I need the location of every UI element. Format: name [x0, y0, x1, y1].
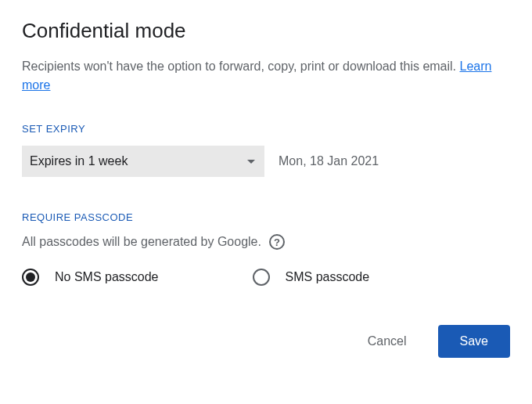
radio-no-sms-passcode[interactable]: No SMS passcode: [22, 269, 159, 286]
radio-icon: [22, 269, 39, 286]
dialog-description: Recipients won't have the option to forw…: [22, 57, 510, 95]
set-expiry-label: SET EXPIRY: [22, 123, 510, 135]
radio-sms-passcode[interactable]: SMS passcode: [253, 269, 370, 286]
expiry-dropdown[interactable]: Expires in 1 week: [22, 146, 264, 177]
radio-dot-icon: [26, 272, 35, 282]
help-icon[interactable]: ?: [269, 234, 285, 250]
passcode-note-text: All passcodes will be generated by Googl…: [22, 235, 261, 249]
passcode-radio-group: No SMS passcode SMS passcode: [22, 269, 510, 286]
radio-label-no-sms: No SMS passcode: [55, 270, 159, 284]
dialog-title: Confidential mode: [22, 19, 510, 43]
radio-label-sms: SMS passcode: [286, 270, 370, 284]
dialog-actions: Cancel Save: [22, 325, 510, 358]
expiry-row: Expires in 1 week Mon, 18 Jan 2021: [22, 146, 510, 177]
cancel-button[interactable]: Cancel: [358, 328, 416, 355]
description-text: Recipients won't have the option to forw…: [22, 60, 460, 73]
save-button[interactable]: Save: [438, 325, 510, 358]
expiry-selected-value: Expires in 1 week: [30, 154, 128, 168]
radio-icon: [253, 269, 270, 286]
chevron-down-icon: [247, 160, 255, 164]
passcode-note-row: All passcodes will be generated by Googl…: [22, 234, 510, 250]
require-passcode-label: REQUIRE PASSCODE: [22, 211, 510, 223]
expiry-date: Mon, 18 Jan 2021: [279, 154, 379, 168]
